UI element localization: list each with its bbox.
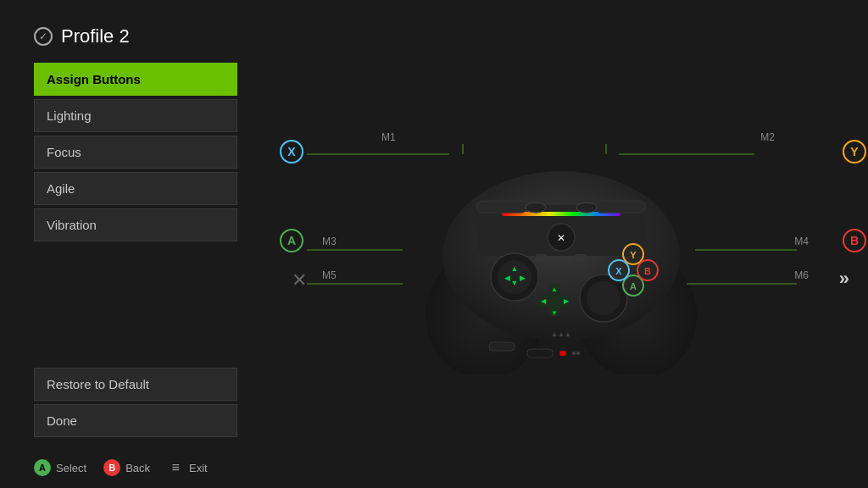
controller-area: ✕ ▲ ▼ ◀ ▶ ▲ ▼ ◀ ▶ Y: [254, 0, 868, 488]
svg-point-38: [572, 352, 576, 355]
svg-text:✕: ✕: [557, 232, 565, 244]
svg-text:▲: ▲: [511, 264, 519, 273]
restore-default-button[interactable]: Restore to Default: [34, 368, 237, 401]
menu-item-assign-buttons[interactable]: Assign Buttons: [34, 63, 237, 96]
a-button[interactable]: A: [280, 229, 303, 252]
svg-text:Y: Y: [630, 250, 637, 260]
bottom-bar-select: A Select: [34, 459, 86, 476]
svg-point-33: [526, 202, 546, 213]
badge-b: B: [103, 459, 120, 476]
profile-header: ✓ Profile 2: [34, 25, 237, 47]
svg-rect-35: [489, 342, 515, 351]
svg-text:▶: ▶: [564, 297, 570, 305]
profile-icon: ✓: [34, 27, 53, 46]
select-label: Select: [56, 462, 86, 474]
badge-a: A: [34, 459, 51, 476]
badge-menu: ≡: [167, 459, 184, 476]
svg-rect-36: [527, 349, 553, 358]
done-button[interactable]: Done: [34, 404, 237, 437]
svg-text:◀: ◀: [541, 297, 547, 305]
svg-point-2: [442, 171, 680, 341]
m3-label: M3: [322, 236, 337, 247]
menu-item-lighting[interactable]: Lighting: [34, 99, 237, 132]
left-panel: ✓ Profile 2 Assign Buttons Lighting Focu…: [34, 25, 237, 241]
m4-label: M4: [794, 236, 809, 247]
double-chevron-icon: »: [839, 268, 849, 290]
svg-rect-37: [559, 351, 566, 356]
back-label: Back: [125, 462, 150, 474]
menu-list: Assign Buttons Lighting Focus Agile Vibr…: [34, 63, 237, 241]
bottom-bar-back: B Back: [103, 459, 150, 476]
svg-point-16: [587, 281, 620, 315]
m6-label: M6: [794, 269, 809, 281]
profile-check-icon: ✓: [39, 30, 47, 42]
svg-rect-32: [575, 254, 587, 263]
menu-item-vibration[interactable]: Vibration: [34, 208, 237, 241]
bottom-bar: A Select B Back ≡ Exit: [34, 459, 208, 476]
svg-point-34: [576, 202, 597, 213]
svg-rect-7: [476, 201, 527, 213]
svg-rect-8: [595, 201, 646, 213]
svg-text:▼: ▼: [511, 279, 519, 287]
bottom-bar-exit: ≡ Exit: [167, 459, 208, 476]
menu-item-focus[interactable]: Focus: [34, 136, 237, 169]
svg-text:▲: ▲: [551, 286, 558, 293]
svg-text:▼: ▼: [551, 309, 558, 317]
svg-text:B: B: [644, 266, 651, 276]
m1-label: M1: [381, 131, 396, 143]
m2-label: M2: [760, 131, 775, 143]
menu-item-agile[interactable]: Agile: [34, 172, 237, 205]
controller-svg: ✕ ▲ ▼ ◀ ▶ ▲ ▼ ◀ ▶ Y: [400, 120, 722, 378]
m5-label: M5: [322, 269, 337, 281]
svg-text:X: X: [615, 266, 622, 276]
svg-text:▶: ▶: [520, 274, 526, 282]
x-button[interactable]: X: [280, 140, 303, 164]
bottom-buttons: Restore to Default Done: [34, 368, 237, 437]
profile-title: Profile 2: [61, 25, 130, 47]
crossed-arrows-icon: ✕: [292, 269, 307, 291]
svg-text:◀: ◀: [504, 274, 510, 282]
svg-text:▲▲▲: ▲▲▲: [551, 330, 571, 338]
y-button[interactable]: Y: [843, 140, 866, 164]
svg-text:A: A: [630, 281, 637, 291]
svg-rect-31: [536, 254, 548, 263]
svg-point-39: [576, 352, 580, 355]
b-button[interactable]: B: [843, 229, 866, 252]
exit-label: Exit: [189, 462, 208, 474]
